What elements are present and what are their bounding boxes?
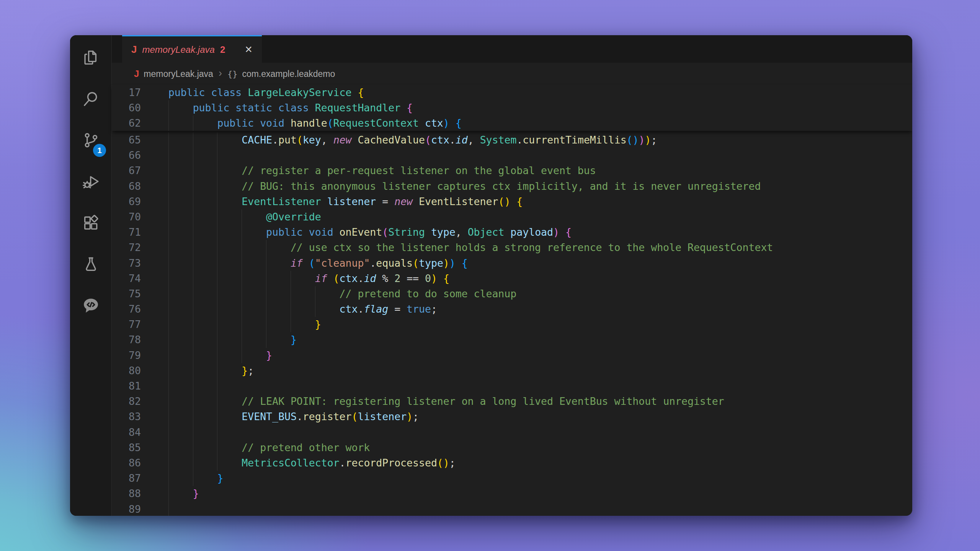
- indent-guide: [193, 332, 193, 347]
- sidebar-item-explorer[interactable]: [70, 37, 111, 79]
- code-line[interactable]: 77 }: [112, 317, 912, 332]
- code-line[interactable]: 86 MetricsCollector.recordProcessed();: [112, 455, 912, 471]
- code-text: // pretend other work: [144, 440, 370, 455]
- indent-guide: [193, 302, 193, 317]
- line-number: 69: [112, 194, 141, 209]
- indent-guide: [168, 163, 169, 178]
- indent-guide: [242, 348, 242, 363]
- indent-guide: [168, 363, 169, 378]
- indent-guide: [168, 225, 169, 240]
- code-line[interactable]: 70 @Override: [112, 209, 912, 225]
- code-line[interactable]: 73 if ("cleanup".equals(type)) {: [112, 256, 912, 271]
- code-line[interactable]: 60 public static class RequestHandler {: [112, 100, 912, 116]
- indent-guide: [193, 378, 193, 394]
- indent-guide: [217, 194, 217, 209]
- indent-guide: [217, 378, 217, 394]
- code-line[interactable]: 75 // pretend to do some cleanup: [112, 286, 912, 302]
- line-number: 83: [112, 409, 141, 424]
- code-line[interactable]: 82 // LEAK POINT: registering listener o…: [112, 394, 912, 409]
- code-line[interactable]: 66: [112, 148, 912, 163]
- breadcrumb-item-file[interactable]: memoryLeak.java: [144, 69, 213, 79]
- source-control-badge: 1: [93, 144, 106, 157]
- extensions-icon: [82, 214, 100, 233]
- search-icon: [82, 90, 100, 109]
- code-line[interactable]: 74 if (ctx.id % 2 == 0) {: [112, 271, 912, 286]
- code-text: // use ctx so the listener holds a stron…: [144, 240, 773, 255]
- sidebar-item-extensions[interactable]: [70, 203, 111, 244]
- line-number: 74: [112, 271, 141, 286]
- testing-icon: [82, 255, 100, 275]
- code-line[interactable]: 84: [112, 425, 912, 440]
- code-line[interactable]: 87 }: [112, 471, 912, 486]
- indent-guide: [266, 332, 266, 347]
- chevron-right-icon: ›: [218, 68, 223, 80]
- line-number: 17: [112, 85, 141, 100]
- line-number: 82: [112, 394, 141, 409]
- indent-guide: [217, 409, 217, 424]
- indent-guide: [217, 163, 217, 178]
- indent-guide: [193, 440, 193, 455]
- breadcrumb-item-symbol[interactable]: com.example.leakdemo: [242, 69, 335, 79]
- indent-guide: [193, 194, 193, 209]
- indent-guide: [266, 240, 266, 255]
- indent-guide: [217, 240, 217, 255]
- tab-memoryleak-java[interactable]: J memoryLeak.java 2 ✕: [122, 35, 262, 63]
- sidebar-item-search[interactable]: [70, 79, 111, 120]
- indent-guide: [168, 240, 169, 255]
- indent-guide: [193, 271, 193, 286]
- indent-guide: [168, 100, 169, 116]
- indent-guide: [193, 394, 193, 409]
- code-text: ctx.flag = true;: [144, 302, 437, 317]
- tab-label: memoryLeak.java: [142, 44, 214, 55]
- code-text: // LEAK POINT: registering listener on a…: [144, 394, 724, 409]
- sticky-scroll: 17 public class LargeLeakyService {60 pu…: [112, 85, 912, 131]
- line-number: 70: [112, 209, 141, 225]
- code-text: };: [144, 363, 254, 378]
- indent-guide: [266, 302, 266, 317]
- code-line[interactable]: 69 EventListener listener = new EventLis…: [112, 194, 912, 209]
- namespace-symbol-icon: {}: [227, 69, 238, 79]
- indent-guide: [168, 148, 169, 163]
- java-file-icon: J: [131, 44, 137, 55]
- line-number: 87: [112, 471, 141, 486]
- code-line[interactable]: 67 // register a per-request listener on…: [112, 163, 912, 178]
- indent-guide: [315, 302, 315, 317]
- code-text: if (ctx.id % 2 == 0) {: [144, 271, 449, 286]
- indent-guide: [217, 348, 217, 363]
- vscode-window: 1: [70, 35, 912, 516]
- code-line[interactable]: 17 public class LargeLeakyService {: [112, 85, 912, 100]
- indent-guide: [193, 256, 193, 271]
- code-line[interactable]: 81: [112, 378, 912, 394]
- code-line[interactable]: 78 }: [112, 332, 912, 347]
- code-line[interactable]: 72 // use ctx so the listener holds a st…: [112, 240, 912, 255]
- sidebar-item-source-control[interactable]: 1: [70, 120, 111, 161]
- line-number: 84: [112, 425, 141, 440]
- code-line[interactable]: 80 };: [112, 363, 912, 378]
- code-editor[interactable]: 65 CACHE.put(key, new CachedValue(ctx.id…: [112, 132, 912, 516]
- tab-bar: J memoryLeak.java 2 ✕: [112, 35, 912, 63]
- indent-guide: [168, 502, 169, 516]
- close-icon[interactable]: ✕: [245, 44, 253, 55]
- code-line[interactable]: 85 // pretend other work: [112, 440, 912, 455]
- line-number: 76: [112, 302, 141, 317]
- indent-guide: [242, 317, 242, 332]
- indent-guide: [193, 179, 193, 194]
- code-line[interactable]: 76 ctx.flag = true;: [112, 302, 912, 317]
- code-line[interactable]: 89: [112, 502, 912, 516]
- code-line[interactable]: 88 }: [112, 486, 912, 501]
- code-line[interactable]: 79 }: [112, 348, 912, 363]
- code-text: // pretend to do some cleanup: [144, 286, 516, 302]
- indent-guide: [242, 271, 242, 286]
- sidebar-item-run-debug[interactable]: [70, 161, 111, 203]
- indent-guide: [291, 271, 291, 286]
- line-number: 60: [112, 100, 141, 116]
- sidebar-item-testing[interactable]: [70, 244, 111, 285]
- code-line[interactable]: 65 CACHE.put(key, new CachedValue(ctx.id…: [112, 132, 912, 148]
- sidebar-item-chat[interactable]: [70, 285, 111, 327]
- line-number: 78: [112, 332, 141, 347]
- indent-guide: [193, 425, 193, 440]
- code-line[interactable]: 62 public void handle(RequestContext ctx…: [112, 116, 912, 131]
- code-line[interactable]: 83 EVENT_BUS.register(listener);: [112, 409, 912, 424]
- code-line[interactable]: 71 public void onEvent(String type, Obje…: [112, 225, 912, 240]
- code-line[interactable]: 68 // BUG: this anonymous listener captu…: [112, 179, 912, 194]
